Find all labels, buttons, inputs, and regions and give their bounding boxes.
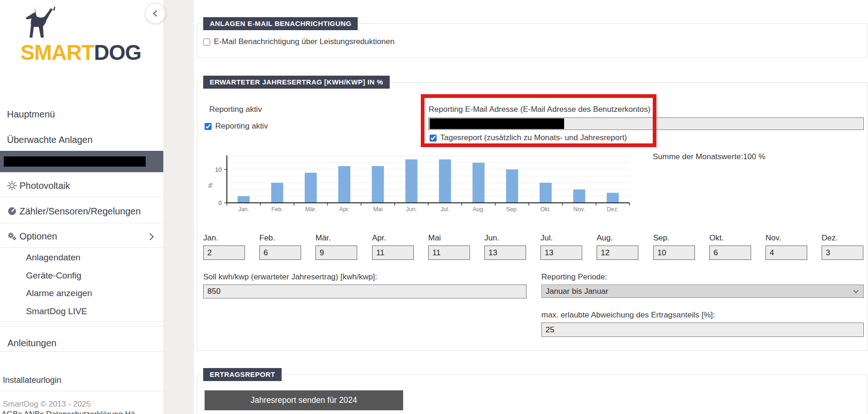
sidebar-divider	[0, 247, 163, 248]
month-value-input[interactable]	[315, 246, 357, 260]
chevron-down-icon	[853, 290, 859, 293]
leistungsreduktion-label: E-Mail Benachrichtigung über Leistungsre…	[214, 37, 394, 46]
sidebar-item-installateurlogin[interactable]: Installateurlogin	[0, 375, 163, 385]
month-label: Mär.	[315, 233, 362, 243]
month-value-input[interactable]	[203, 246, 245, 260]
month-value-input[interactable]	[597, 246, 638, 260]
leistungsreduktion-checkbox-row[interactable]: E-Mail Benachrichtigung über Leistungsre…	[203, 37, 394, 46]
installateurlogin-label: Installateurlogin	[3, 375, 61, 385]
reporting-periode-select[interactable]: Januar bis Januar	[541, 285, 864, 298]
month-label: Sep.	[653, 233, 700, 243]
svg-text:Aug.: Aug.	[473, 206, 485, 213]
soll-kwh-label: Soll kwh/kwp (erwarteter Jahresertrag) […	[203, 272, 377, 282]
photovoltaik-label: Photovoltaik	[19, 181, 70, 191]
month-col: Jul.	[540, 233, 587, 243]
expected-yield-section: ERWARTETER JAHRESERTRAG [KWH/KWP] IN % R…	[197, 82, 868, 351]
footer-links[interactable]: AGBs ANBs Datenschutzerklärung Hä	[0, 409, 163, 414]
sidebar-item-hauptmenu[interactable]: Hauptmenü	[0, 109, 163, 120]
sidebar-item-photovoltaik[interactable]: Photovoltaik	[0, 180, 163, 191]
sidebar-collapse-button[interactable]	[146, 4, 165, 23]
sun-icon	[7, 181, 17, 191]
sidebar-subitem[interactable]: Alarme anzeigen	[26, 288, 92, 298]
month-col: Jan.	[203, 233, 250, 243]
svg-text:Sep.: Sep.	[506, 206, 518, 213]
month-value-input[interactable]	[765, 246, 807, 260]
reporting-aktiv-heading: Reporting aktiv	[209, 105, 262, 114]
content-gutter	[163, 0, 194, 414]
sidebar-divider	[0, 391, 163, 391]
anleitungen-label: Anleitungen	[7, 338, 57, 349]
sidebar-subitem[interactable]: SmartDog LIVE	[26, 306, 87, 317]
month-label: Okt.	[709, 233, 756, 243]
month-col: Feb.	[259, 233, 306, 243]
month-value-input[interactable]	[540, 246, 582, 260]
svg-text:Nov.: Nov.	[573, 206, 585, 213]
plant-name-redaction	[4, 156, 146, 167]
reporting-periode-value: Januar bis Januar	[546, 287, 608, 296]
logo-smart-text: SMART	[20, 40, 94, 65]
month-label: Jan.	[203, 233, 250, 243]
month-col: Jun.	[484, 233, 531, 243]
sidebar-item-selected-plant[interactable]	[0, 151, 163, 172]
leistungsreduktion-checkbox[interactable]	[203, 39, 210, 45]
smartdog-wordmark: SMARTDOG	[20, 40, 141, 65]
svg-text:0: 0	[219, 200, 222, 207]
month-col: Aug.	[597, 233, 643, 243]
copyright-text: SmartDog © 2013 - 2025	[0, 399, 163, 409]
reporting-aktiv-checkbox[interactable]	[205, 123, 212, 130]
svg-text:Jul.: Jul.	[440, 206, 449, 213]
sidebar-divider	[0, 223, 163, 223]
reporting-periode-label: Reporting Periode:	[541, 272, 607, 282]
tagesreport-label: Tagesreport (zusätzlich zu Monats- und J…	[440, 133, 627, 142]
month-col: Nov.	[765, 233, 812, 243]
yield-section-title: ERWARTETER JAHRESERTRAG [KWH/KWP] IN %	[203, 76, 390, 89]
ueberwachte-anlagen-label: Überwachte Anlagen	[7, 135, 93, 145]
hauptmenu-label: Hauptmenü	[7, 109, 55, 120]
svg-text:Dez.: Dez.	[607, 206, 619, 213]
svg-text:Jan.: Jan.	[238, 206, 249, 213]
jahresreport-send-button[interactable]: Jahresreport senden für 2024	[205, 390, 403, 410]
sidebar: SMARTDOG Hauptmenü Überwachte Anlagen Ph…	[0, 0, 163, 414]
sidebar-item-optionen[interactable]: Optionen	[0, 231, 163, 242]
monthly-sum-text: Summe der Monatswerte:100 %	[653, 152, 765, 162]
tagesreport-checkbox-row[interactable]: Tagesreport (zusätzlich zu Monats- und J…	[430, 133, 627, 142]
month-label: Mai	[428, 233, 475, 243]
month-col: Dez.	[822, 233, 868, 243]
month-col: Apr.	[372, 233, 418, 243]
abweichung-input[interactable]	[541, 323, 864, 337]
sidebar-subitem[interactable]: Anlagendaten	[26, 252, 80, 263]
sidebar-item-zaehler-sensoren-regelungen[interactable]: Zähler/Sensoren/Regelungen	[0, 206, 163, 217]
email-section-title: ANLAGEN E-MAIL BENACHRICHTIGUNG	[203, 17, 358, 30]
abweichung-label: max. erlaubte Abweichung des Ertragsante…	[541, 310, 715, 320]
tagesreport-checkbox[interactable]	[430, 135, 437, 142]
month-label: Feb.	[259, 233, 306, 243]
month-value-input[interactable]	[259, 246, 301, 260]
smartdog-dog-icon	[20, 6, 56, 42]
sidebar-subitem[interactable]: Geräte-Config	[26, 271, 81, 281]
month-value-input[interactable]	[653, 246, 695, 260]
chevron-left-icon	[152, 10, 159, 17]
soll-kwh-input[interactable]	[203, 285, 527, 298]
month-value-input[interactable]	[822, 246, 863, 260]
reporting-aktiv-label: Reporting aktiv	[215, 122, 268, 131]
gauge-icon	[7, 206, 17, 216]
svg-text:%: %	[207, 183, 214, 188]
month-col: Mär.	[315, 233, 362, 243]
month-value-input[interactable]	[372, 246, 414, 260]
month-label: Aug.	[597, 233, 643, 243]
logo-dog-text: DOG	[94, 40, 141, 65]
month-label: Jun.	[484, 233, 531, 243]
sidebar-item-anleitungen[interactable]: Anleitungen	[0, 337, 163, 349]
optionen-label: Optionen	[19, 231, 57, 242]
reporting-aktiv-checkbox-row[interactable]: Reporting aktiv	[205, 122, 268, 131]
month-value-input[interactable]	[484, 246, 526, 260]
app-root: SMARTDOG Hauptmenü Überwachte Anlagen Ph…	[0, 0, 868, 414]
month-value-input[interactable]	[709, 246, 751, 260]
yield-chart: 010%Jan.Feb.Mär.Apr.MaiJun.Jul.Aug.Sep.O…	[205, 155, 631, 217]
month-value-input[interactable]	[428, 246, 470, 260]
month-inputs-row: Jan.Feb.Mär.Apr.MaiJun.Jul.Aug.Sep.Okt.N…	[203, 233, 864, 262]
email-redaction	[430, 118, 564, 129]
ertragsreport-section: ERTRAGSREPORT Jahresreport senden für 20…	[197, 375, 868, 414]
month-label: Nov.	[765, 233, 812, 243]
chevron-right-icon	[148, 233, 154, 241]
